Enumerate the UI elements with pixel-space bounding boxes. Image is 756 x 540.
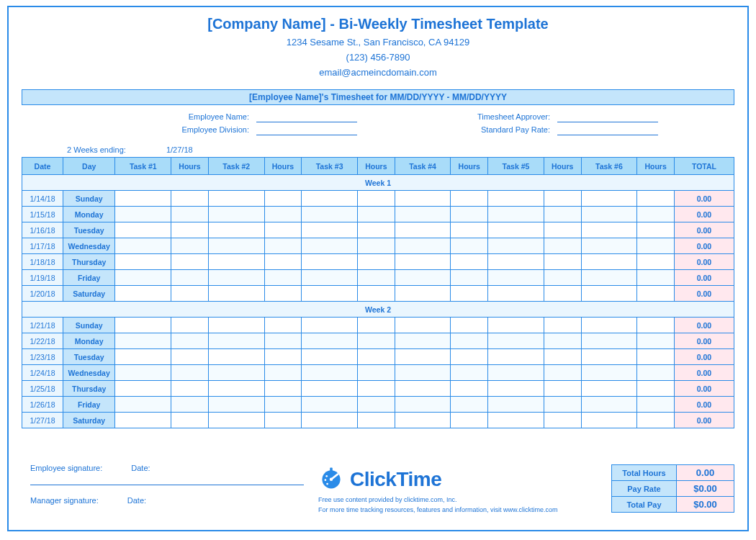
- hours-cell[interactable]: [357, 286, 395, 302]
- task-cell[interactable]: [115, 413, 171, 428]
- hours-cell[interactable]: [451, 365, 488, 381]
- task-cell[interactable]: [488, 381, 544, 397]
- hours-cell[interactable]: [544, 254, 581, 270]
- task-cell[interactable]: [581, 254, 637, 270]
- hours-cell[interactable]: [357, 349, 395, 365]
- task-cell[interactable]: [208, 222, 264, 238]
- task-cell[interactable]: [395, 365, 451, 381]
- task-cell[interactable]: [581, 191, 637, 207]
- hours-cell[interactable]: [171, 333, 209, 349]
- task-cell[interactable]: [208, 333, 264, 349]
- hours-cell[interactable]: [637, 365, 675, 381]
- task-cell[interactable]: [581, 413, 637, 428]
- approver-input[interactable]: [557, 112, 658, 122]
- task-cell[interactable]: [488, 413, 544, 428]
- task-cell[interactable]: [581, 222, 637, 238]
- hours-cell[interactable]: [544, 365, 581, 381]
- task-cell[interactable]: [302, 413, 358, 428]
- hours-cell[interactable]: [264, 254, 302, 270]
- task-cell[interactable]: [208, 365, 264, 381]
- task-cell[interactable]: [395, 413, 451, 428]
- hours-cell[interactable]: [637, 349, 675, 365]
- task-cell[interactable]: [115, 286, 171, 302]
- task-cell[interactable]: [208, 381, 264, 397]
- task-cell[interactable]: [208, 349, 264, 365]
- hours-cell[interactable]: [637, 413, 675, 428]
- hours-cell[interactable]: [637, 191, 675, 207]
- task-cell[interactable]: [208, 397, 264, 413]
- hours-cell[interactable]: [357, 254, 395, 270]
- hours-cell[interactable]: [264, 397, 302, 413]
- task-cell[interactable]: [488, 254, 544, 270]
- hours-cell[interactable]: [637, 254, 675, 270]
- hours-cell[interactable]: [451, 333, 488, 349]
- task-cell[interactable]: [581, 349, 637, 365]
- hours-cell[interactable]: [264, 238, 302, 254]
- hours-cell[interactable]: [544, 191, 581, 207]
- task-cell[interactable]: [115, 333, 171, 349]
- task-cell[interactable]: [115, 207, 171, 222]
- task-cell[interactable]: [395, 254, 451, 270]
- hours-cell[interactable]: [264, 318, 302, 333]
- hours-cell[interactable]: [544, 381, 581, 397]
- task-cell[interactable]: [581, 381, 637, 397]
- task-cell[interactable]: [488, 397, 544, 413]
- hours-cell[interactable]: [171, 349, 209, 365]
- hours-cell[interactable]: [357, 207, 395, 222]
- hours-cell[interactable]: [544, 286, 581, 302]
- hours-cell[interactable]: [171, 191, 209, 207]
- hours-cell[interactable]: [637, 238, 675, 254]
- task-cell[interactable]: [395, 207, 451, 222]
- task-cell[interactable]: [115, 365, 171, 381]
- task-cell[interactable]: [395, 349, 451, 365]
- task-cell[interactable]: [395, 222, 451, 238]
- hours-cell[interactable]: [264, 270, 302, 286]
- task-cell[interactable]: [208, 191, 264, 207]
- task-cell[interactable]: [302, 270, 358, 286]
- task-cell[interactable]: [208, 238, 264, 254]
- hours-cell[interactable]: [544, 349, 581, 365]
- task-cell[interactable]: [115, 349, 171, 365]
- task-cell[interactable]: [395, 333, 451, 349]
- hours-cell[interactable]: [451, 238, 488, 254]
- hours-cell[interactable]: [171, 286, 209, 302]
- task-cell[interactable]: [581, 207, 637, 222]
- hours-cell[interactable]: [637, 381, 675, 397]
- task-cell[interactable]: [208, 286, 264, 302]
- task-cell[interactable]: [488, 286, 544, 302]
- hours-cell[interactable]: [171, 318, 209, 333]
- hours-cell[interactable]: [357, 191, 395, 207]
- hours-cell[interactable]: [171, 365, 209, 381]
- hours-cell[interactable]: [357, 333, 395, 349]
- hours-cell[interactable]: [357, 270, 395, 286]
- task-cell[interactable]: [395, 191, 451, 207]
- hours-cell[interactable]: [544, 207, 581, 222]
- task-cell[interactable]: [302, 381, 358, 397]
- hours-cell[interactable]: [637, 318, 675, 333]
- hours-cell[interactable]: [451, 349, 488, 365]
- hours-cell[interactable]: [264, 207, 302, 222]
- task-cell[interactable]: [208, 270, 264, 286]
- hours-cell[interactable]: [451, 318, 488, 333]
- task-cell[interactable]: [115, 191, 171, 207]
- task-cell[interactable]: [208, 318, 264, 333]
- hours-cell[interactable]: [171, 413, 209, 428]
- hours-cell[interactable]: [357, 318, 395, 333]
- hours-cell[interactable]: [171, 207, 209, 222]
- task-cell[interactable]: [581, 286, 637, 302]
- task-cell[interactable]: [208, 413, 264, 428]
- task-cell[interactable]: [302, 333, 358, 349]
- hours-cell[interactable]: [451, 413, 488, 428]
- task-cell[interactable]: [395, 286, 451, 302]
- task-cell[interactable]: [302, 254, 358, 270]
- hours-cell[interactable]: [357, 397, 395, 413]
- hours-cell[interactable]: [171, 254, 209, 270]
- task-cell[interactable]: [302, 318, 358, 333]
- task-cell[interactable]: [115, 381, 171, 397]
- hours-cell[interactable]: [637, 333, 675, 349]
- hours-cell[interactable]: [264, 381, 302, 397]
- task-cell[interactable]: [581, 333, 637, 349]
- hours-cell[interactable]: [171, 238, 209, 254]
- task-cell[interactable]: [395, 397, 451, 413]
- task-cell[interactable]: [115, 238, 171, 254]
